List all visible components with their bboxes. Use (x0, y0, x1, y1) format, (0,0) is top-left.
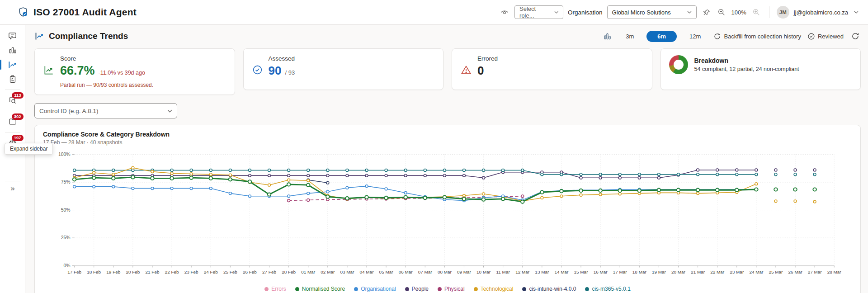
errored-label: Errored (477, 55, 498, 62)
svg-text:25 Feb: 25 Feb (223, 269, 237, 274)
trend-line-icon (8, 60, 17, 70)
control-id-placeholder: Control ID (e.g. A.8.1) (39, 108, 99, 114)
legend-swatch (585, 287, 589, 291)
pin-icon[interactable] (701, 7, 712, 18)
svg-text:100%: 100% (58, 152, 71, 157)
chart-legend: ErrorsNormalised ScoreOrganisationalPeop… (43, 286, 852, 292)
svg-text:24 Feb: 24 Feb (204, 269, 218, 274)
svg-text:25 Mar: 25 Mar (769, 269, 783, 274)
sidebar-item-trends[interactable] (0, 57, 25, 72)
organisation-label: Organisation (568, 9, 603, 16)
findings-badge: 113 (12, 92, 23, 99)
svg-text:01 Mar: 01 Mar (301, 269, 316, 274)
sidebar: 113 302 197 » (0, 25, 25, 293)
expand-sidebar-button[interactable]: » (0, 184, 25, 193)
legend-item[interactable]: Technological (474, 286, 514, 292)
errored-card: Errored 0 (452, 48, 652, 90)
preview-eye-icon[interactable] (499, 7, 510, 18)
legend-label: Physical (444, 286, 465, 292)
breakdown-card: Breakdown 54 compliant, 12 partial, 24 n… (660, 48, 861, 90)
svg-text:0%: 0% (64, 263, 71, 268)
legend-swatch (264, 287, 269, 291)
legend-item[interactable]: cis-intune-win-4.0.0 (522, 286, 576, 292)
top-bar: ISO 27001 Audit Agent Select role... Org… (0, 0, 868, 25)
organisation-select-value: Global Micro Solutions (612, 9, 671, 16)
chat-icon (8, 31, 17, 41)
warning-triangle-icon (460, 64, 472, 78)
svg-text:18 Feb: 18 Feb (87, 269, 101, 274)
shield-check-icon (17, 6, 29, 18)
svg-text:21 Mar: 21 Mar (691, 269, 705, 274)
range-12m-button[interactable]: 12m (683, 31, 707, 42)
svg-text:09 Mar: 09 Mar (457, 269, 472, 274)
reviewed-label: Reviewed (818, 33, 844, 40)
score-trend-icon (43, 64, 55, 88)
legend-swatch (295, 287, 299, 291)
user-email: jj@globalmicro.co.za (794, 9, 848, 16)
range-3m-button[interactable]: 3m (619, 31, 640, 42)
organisation-select[interactable]: Global Micro Solutions (607, 5, 697, 19)
score-note: Partial run — 90/93 controls assessed. (60, 82, 153, 88)
legend-label: People (412, 286, 429, 292)
assessed-check-icon (252, 64, 263, 78)
svg-text:19 Mar: 19 Mar (652, 269, 666, 274)
sidebar-item-reports[interactable] (0, 43, 25, 57)
svg-text:27 Mar: 27 Mar (808, 269, 822, 274)
legend-item[interactable]: Physical (438, 286, 465, 292)
controls-badge: 197 (12, 135, 24, 141)
breakdown-detail: 54 compliant, 12 partial, 24 non-complia… (694, 66, 799, 72)
legend-label: cis-m365-v5.0.1 (592, 286, 630, 292)
reviewed-button[interactable]: Reviewed (807, 33, 844, 40)
svg-text:17 Mar: 17 Mar (613, 269, 627, 274)
divider (769, 6, 769, 18)
svg-text:14 Mar: 14 Mar (554, 269, 569, 274)
backfill-button[interactable]: Backfill from collection history (713, 33, 801, 40)
backfill-label: Backfill from collection history (724, 33, 801, 40)
account-menu-chevron-icon[interactable] (853, 9, 860, 15)
chart-title: Compliance Score & Category Breakdown (43, 131, 852, 138)
collections-badge: 302 (12, 113, 24, 120)
avatar: JM (777, 6, 789, 19)
trend-chart[interactable]: 100%75%50%25%0%17 Feb18 Feb19 Feb20 Feb2… (43, 148, 852, 284)
zoom-out-icon[interactable] (716, 7, 727, 18)
range-6m-button[interactable]: 6m (646, 31, 677, 42)
svg-text:18 Mar: 18 Mar (632, 269, 647, 274)
zoom-in-icon[interactable] (751, 7, 762, 18)
svg-text:22 Mar: 22 Mar (710, 269, 725, 274)
legend-swatch (438, 287, 442, 291)
score-delta: -11.0% vs 39d ago (99, 70, 145, 76)
svg-text:11 Mar: 11 Mar (496, 269, 510, 274)
check-circle-icon (807, 33, 815, 40)
assessed-card: Assessed 90 / 93 (243, 48, 444, 90)
assessed-label: Assessed (269, 55, 295, 62)
svg-text:13 Mar: 13 Mar (535, 269, 549, 274)
legend-swatch (522, 287, 526, 291)
control-id-select[interactable]: Control ID (e.g. A.8.1) (34, 103, 177, 118)
chart-subtitle: 17 Feb — 28 Mar · 40 snapshots (43, 139, 852, 146)
divider (5, 132, 20, 132)
svg-text:28 Mar: 28 Mar (827, 269, 842, 274)
expand-sidebar-tooltip: Expand sidebar (5, 143, 53, 155)
legend-item[interactable]: Organisational (354, 286, 396, 292)
legend-item[interactable]: People (405, 286, 429, 292)
score-label: Score (60, 55, 153, 62)
refresh-icon[interactable] (850, 31, 861, 42)
sidebar-item-chat[interactable] (0, 28, 25, 43)
chevron-down-icon (554, 11, 558, 14)
legend-label: Normalised Score (302, 286, 345, 292)
sidebar-item-collections[interactable]: 302 (0, 114, 25, 129)
svg-text:08 Mar: 08 Mar (438, 269, 452, 274)
legend-item[interactable]: cis-m365-v5.0.1 (585, 286, 630, 292)
chart-type-icon[interactable] (602, 31, 613, 42)
legend-item[interactable]: Errors (264, 286, 286, 292)
clipboard-icon (8, 75, 17, 84)
chevron-down-icon (167, 109, 172, 113)
breakdown-donut-chart (669, 55, 688, 74)
legend-item[interactable]: Normalised Score (295, 286, 345, 292)
svg-text:27 Feb: 27 Feb (262, 269, 276, 274)
assessed-total: / 93 (285, 69, 295, 76)
role-select[interactable]: Select role... (514, 5, 563, 19)
sidebar-item-findings[interactable]: 113 (0, 93, 25, 108)
sidebar-item-assessments[interactable] (0, 72, 25, 86)
svg-text:24 Mar: 24 Mar (749, 269, 764, 274)
